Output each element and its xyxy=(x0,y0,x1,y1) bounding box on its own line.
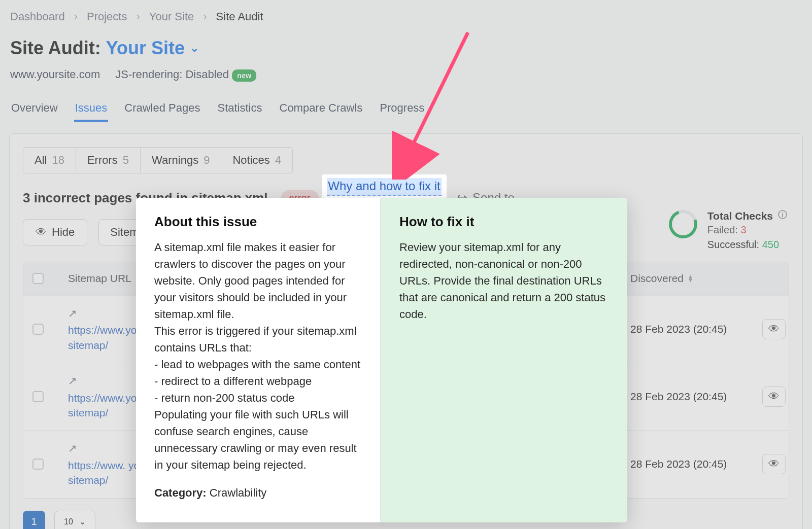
filter-warnings[interactable]: Warnings9 xyxy=(141,148,221,173)
per-page-select[interactable]: 10 ⌄ xyxy=(54,511,95,529)
issue-type-filter: All18 Errors5 Warnings9 Notices4 xyxy=(23,147,293,173)
discovered-cell: 28 Feb 2023 (20:45) xyxy=(621,313,753,345)
fix-title: How to fix it xyxy=(399,214,609,230)
why-link-highlight[interactable]: Why and how to fix it xyxy=(322,174,447,199)
tabs: Overview Issues Crawled Pages Statistics… xyxy=(0,96,812,122)
fix-body: Review your sitemap.xml for any redirect… xyxy=(399,239,609,323)
tab-crawled-pages[interactable]: Crawled Pages xyxy=(123,96,201,122)
filter-notices[interactable]: Notices4 xyxy=(221,148,292,173)
js-rendering-status: JS-rendering: Disabled new xyxy=(115,68,256,81)
tab-statistics[interactable]: Statistics xyxy=(216,96,263,122)
eye-icon: 👁 xyxy=(768,457,780,471)
tab-compare-crawls[interactable]: Compare Crawls xyxy=(279,96,364,122)
view-button[interactable]: 👁 xyxy=(762,319,786,339)
chevron-right-icon: › xyxy=(74,10,78,23)
about-panel: About this issue A sitemap.xml file make… xyxy=(136,198,381,522)
site-url: www.yoursite.com xyxy=(10,68,100,81)
row-checkbox[interactable] xyxy=(32,324,44,335)
tab-issues[interactable]: Issues xyxy=(74,96,109,122)
page-header: Dashboard › Projects › Your Site › Site … xyxy=(0,0,812,81)
chevron-right-icon: › xyxy=(136,10,140,23)
eye-icon: 👁 xyxy=(36,226,47,239)
row-checkbox[interactable] xyxy=(32,391,44,402)
breadcrumb-item[interactable]: Dashboard xyxy=(10,10,65,23)
site-selector[interactable]: Your Site ⌄ xyxy=(106,38,199,59)
tab-progress[interactable]: Progress xyxy=(379,96,425,122)
filter-all[interactable]: All18 xyxy=(23,148,76,173)
view-button[interactable]: 👁 xyxy=(762,386,786,407)
row-checkbox[interactable] xyxy=(32,459,44,470)
tab-overview[interactable]: Overview xyxy=(10,96,59,122)
select-all-checkbox[interactable] xyxy=(32,273,44,284)
site-selector-label: Your Site xyxy=(106,38,185,59)
chevron-right-icon: › xyxy=(203,10,207,23)
breadcrumb-item[interactable]: Projects xyxy=(87,10,127,23)
successful-count: Successful: 450 xyxy=(707,239,787,251)
discovered-cell: 28 Feb 2023 (20:45) xyxy=(621,380,753,413)
page-title: Site Audit: xyxy=(10,38,101,59)
discovered-cell: 28 Feb 2023 (20:45) xyxy=(621,448,753,480)
chevron-down-icon: ⌄ xyxy=(79,517,86,526)
chevron-down-icon: ⌄ xyxy=(190,42,199,55)
breadcrumb-current: Site Audit xyxy=(216,10,263,23)
breadcrumb-item[interactable]: Your Site xyxy=(149,10,194,23)
eye-icon: 👁 xyxy=(768,323,780,336)
subtitle-row: www.yoursite.com JS-rendering: Disabled … xyxy=(10,68,802,81)
view-button[interactable]: 👁 xyxy=(762,454,786,474)
sort-icon: ▲▼ xyxy=(688,275,693,282)
filter-errors[interactable]: Errors5 xyxy=(76,148,141,173)
breadcrumb: Dashboard › Projects › Your Site › Site … xyxy=(10,10,802,23)
issue-explanation-popover: About this issue A sitemap.xml file make… xyxy=(136,198,627,522)
page-title-row: Site Audit: Your Site ⌄ xyxy=(10,38,802,59)
fix-panel: How to fix it Review your sitemap.xml fo… xyxy=(381,198,627,522)
failed-count: Failed: 3 xyxy=(707,224,787,236)
eye-icon: 👁 xyxy=(768,390,780,403)
about-body: A sitemap.xml file makes it easier for c… xyxy=(154,239,364,473)
page-current[interactable]: 1 xyxy=(23,511,45,529)
hide-button[interactable]: 👁 Hide xyxy=(23,219,87,245)
total-checks-title: Total Checks i xyxy=(707,210,787,222)
external-link-icon: ↗ xyxy=(68,306,77,321)
category-line: Category: Crawlability xyxy=(154,484,364,501)
external-link-icon: ↗ xyxy=(68,441,77,455)
progress-ring-icon xyxy=(664,205,702,243)
about-title: About this issue xyxy=(154,214,364,230)
column-discovered[interactable]: Discovered ▲▼ xyxy=(621,262,753,295)
total-checks-card: Total Checks i Failed: 3 Successful: 450 xyxy=(669,210,787,251)
new-badge: new xyxy=(232,69,256,82)
info-icon[interactable]: i xyxy=(778,210,787,219)
external-link-icon: ↗ xyxy=(68,373,77,388)
